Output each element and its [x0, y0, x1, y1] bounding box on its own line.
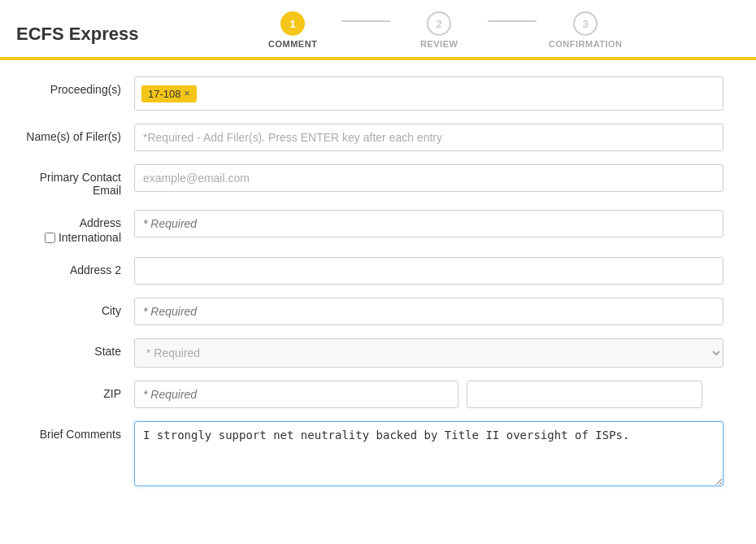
step-comment: 1 COMMENT — [244, 11, 341, 49]
comments-label: Brief Comments — [16, 421, 134, 441]
email-input[interactable] — [134, 164, 723, 192]
step-label-confirmation: CONFIRMATION — [549, 39, 623, 49]
proceedings-tag-value: 17-108 — [148, 88, 180, 100]
form-container: Proceeding(s) 17-108 × Name(s) of Filer(… — [0, 60, 756, 518]
city-label: City — [16, 298, 134, 317]
filer-input[interactable] — [134, 124, 723, 151]
filer-label: Name(s) of Filer(s) — [16, 124, 134, 143]
international-label: International — [59, 231, 121, 244]
international-checkbox[interactable] — [45, 233, 55, 243]
state-label: State — [16, 338, 134, 358]
comments-row: Brief Comments I strongly support net ne… — [16, 421, 723, 489]
international-check-row: International — [45, 231, 121, 244]
step-label-review: REVIEW — [420, 39, 458, 49]
address-label-group: Address International — [16, 210, 134, 244]
filer-field — [134, 124, 723, 151]
step-confirmation: 3 CONFIRMATION — [537, 11, 634, 49]
zip-row: ZIP — [16, 381, 723, 408]
proceedings-field: 17-108 × — [134, 76, 723, 111]
zip-ext-input[interactable] — [467, 381, 702, 408]
address-row: Address International — [16, 210, 723, 244]
step-circle-2: 2 — [427, 11, 451, 36]
zip-label: ZIP — [16, 381, 134, 400]
city-field-container — [134, 298, 723, 325]
zip-field-container — [134, 381, 723, 408]
address2-field-container — [134, 257, 723, 285]
step-circle-3: 3 — [573, 11, 597, 36]
stepper: 1 COMMENT 2 REVIEW 3 CONFIRMATION — [138, 11, 740, 57]
proceedings-tag: 17-108 × — [141, 85, 197, 102]
zip-inputs — [134, 381, 723, 408]
step-connector-2 — [488, 20, 537, 22]
address2-row: Address 2 — [16, 257, 723, 285]
comments-textarea[interactable]: I strongly support net neutrality backed… — [134, 421, 723, 486]
address2-input[interactable] — [134, 257, 723, 285]
state-select[interactable]: * Required Alabama Alaska Arizona Califo… — [134, 338, 723, 368]
city-row: City — [16, 298, 723, 325]
address-input[interactable] — [134, 210, 723, 237]
address-field-container — [134, 210, 723, 237]
email-row: Primary Contact Email — [16, 164, 723, 197]
email-field-container — [134, 164, 723, 192]
address2-label: Address 2 — [16, 257, 134, 276]
city-input[interactable] — [134, 298, 723, 325]
proceedings-tag-input[interactable]: 17-108 × — [134, 76, 723, 111]
header: ECFS Express 1 COMMENT 2 REVIEW 3 CONFIR… — [0, 0, 756, 57]
step-review: 2 REVIEW — [390, 11, 488, 49]
state-field-container: * Required Alabama Alaska Arizona Califo… — [134, 338, 723, 368]
proceedings-tag-close-icon[interactable]: × — [184, 88, 189, 99]
comments-field-container: I strongly support net neutrality backed… — [134, 421, 723, 489]
email-label: Primary Contact Email — [16, 164, 134, 197]
state-row: State * Required Alabama Alaska Arizona … — [16, 338, 723, 368]
zip-input[interactable] — [134, 381, 458, 408]
address-label: Address — [80, 216, 121, 229]
app-title: ECFS Express — [16, 24, 138, 45]
step-circle-1: 1 — [280, 11, 305, 36]
step-connector-1 — [341, 20, 390, 22]
proceedings-label: Proceeding(s) — [16, 76, 134, 96]
proceedings-row: Proceeding(s) 17-108 × — [16, 76, 723, 111]
step-label-comment: COMMENT — [268, 39, 317, 49]
filer-row: Name(s) of Filer(s) — [16, 124, 723, 151]
